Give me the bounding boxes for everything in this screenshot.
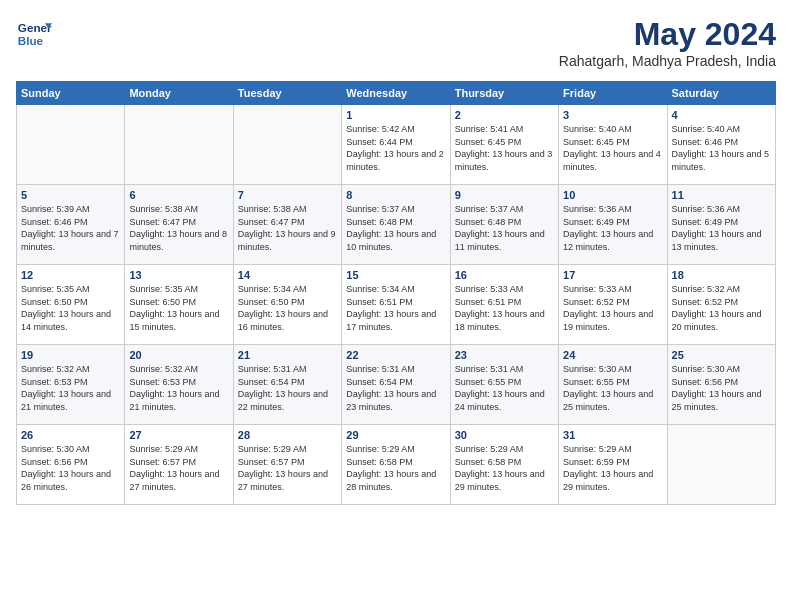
- cell-info: Daylight: 13 hours and 3 minutes.: [455, 148, 554, 173]
- title-block: May 2024 Rahatgarh, Madhya Pradesh, Indi…: [559, 16, 776, 69]
- cell-info: Sunset: 6:50 PM: [129, 296, 228, 309]
- cell-info: Sunrise: 5:30 AM: [563, 363, 662, 376]
- cell-info: Daylight: 13 hours and 16 minutes.: [238, 308, 337, 333]
- cell-info: Sunrise: 5:35 AM: [21, 283, 120, 296]
- day-number: 7: [238, 189, 337, 201]
- cell-info: Sunrise: 5:33 AM: [563, 283, 662, 296]
- day-number: 4: [672, 109, 771, 121]
- cell-info: Daylight: 13 hours and 7 minutes.: [21, 228, 120, 253]
- cell-info: Daylight: 13 hours and 24 minutes.: [455, 388, 554, 413]
- calendar-cell: 4Sunrise: 5:40 AMSunset: 6:46 PMDaylight…: [667, 105, 775, 185]
- cell-info: Sunrise: 5:42 AM: [346, 123, 445, 136]
- cell-info: Sunrise: 5:40 AM: [563, 123, 662, 136]
- cell-info: Sunset: 6:50 PM: [21, 296, 120, 309]
- calendar-week-row: 1Sunrise: 5:42 AMSunset: 6:44 PMDaylight…: [17, 105, 776, 185]
- cell-info: Sunrise: 5:30 AM: [21, 443, 120, 456]
- day-number: 18: [672, 269, 771, 281]
- cell-info: Sunset: 6:45 PM: [563, 136, 662, 149]
- calendar-cell: 11Sunrise: 5:36 AMSunset: 6:49 PMDayligh…: [667, 185, 775, 265]
- day-number: 21: [238, 349, 337, 361]
- logo-icon: General Blue: [16, 16, 52, 52]
- svg-text:General: General: [18, 21, 52, 34]
- cell-info: Sunrise: 5:32 AM: [672, 283, 771, 296]
- cell-info: Sunrise: 5:41 AM: [455, 123, 554, 136]
- day-number: 30: [455, 429, 554, 441]
- cell-info: Daylight: 13 hours and 5 minutes.: [672, 148, 771, 173]
- cell-info: Sunrise: 5:30 AM: [672, 363, 771, 376]
- cell-info: Sunset: 6:49 PM: [672, 216, 771, 229]
- day-number: 20: [129, 349, 228, 361]
- page-header: General Blue May 2024 Rahatgarh, Madhya …: [16, 16, 776, 69]
- calendar-week-row: 12Sunrise: 5:35 AMSunset: 6:50 PMDayligh…: [17, 265, 776, 345]
- day-number: 27: [129, 429, 228, 441]
- cell-info: Daylight: 13 hours and 14 minutes.: [21, 308, 120, 333]
- day-number: 17: [563, 269, 662, 281]
- cell-info: Daylight: 13 hours and 2 minutes.: [346, 148, 445, 173]
- calendar-cell: 25Sunrise: 5:30 AMSunset: 6:56 PMDayligh…: [667, 345, 775, 425]
- cell-info: Sunset: 6:47 PM: [129, 216, 228, 229]
- cell-info: Sunrise: 5:31 AM: [238, 363, 337, 376]
- day-number: 3: [563, 109, 662, 121]
- cell-info: Sunrise: 5:38 AM: [238, 203, 337, 216]
- day-number: 11: [672, 189, 771, 201]
- cell-info: Sunset: 6:44 PM: [346, 136, 445, 149]
- day-number: 1: [346, 109, 445, 121]
- day-number: 23: [455, 349, 554, 361]
- calendar-cell: 29Sunrise: 5:29 AMSunset: 6:58 PMDayligh…: [342, 425, 450, 505]
- calendar-cell: 14Sunrise: 5:34 AMSunset: 6:50 PMDayligh…: [233, 265, 341, 345]
- calendar-cell: 28Sunrise: 5:29 AMSunset: 6:57 PMDayligh…: [233, 425, 341, 505]
- cell-info: Daylight: 13 hours and 27 minutes.: [129, 468, 228, 493]
- day-of-week-header: Saturday: [667, 82, 775, 105]
- cell-info: Sunset: 6:51 PM: [346, 296, 445, 309]
- cell-info: Sunset: 6:45 PM: [455, 136, 554, 149]
- calendar-week-row: 19Sunrise: 5:32 AMSunset: 6:53 PMDayligh…: [17, 345, 776, 425]
- day-number: 31: [563, 429, 662, 441]
- cell-info: Sunset: 6:49 PM: [563, 216, 662, 229]
- day-number: 29: [346, 429, 445, 441]
- calendar-cell: 3Sunrise: 5:40 AMSunset: 6:45 PMDaylight…: [559, 105, 667, 185]
- day-number: 26: [21, 429, 120, 441]
- cell-info: Daylight: 13 hours and 21 minutes.: [21, 388, 120, 413]
- cell-info: Daylight: 13 hours and 9 minutes.: [238, 228, 337, 253]
- day-number: 24: [563, 349, 662, 361]
- calendar-cell: 5Sunrise: 5:39 AMSunset: 6:46 PMDaylight…: [17, 185, 125, 265]
- day-number: 9: [455, 189, 554, 201]
- cell-info: Sunrise: 5:32 AM: [21, 363, 120, 376]
- calendar-cell: 15Sunrise: 5:34 AMSunset: 6:51 PMDayligh…: [342, 265, 450, 345]
- day-number: 5: [21, 189, 120, 201]
- logo: General Blue: [16, 16, 52, 52]
- cell-info: Daylight: 13 hours and 11 minutes.: [455, 228, 554, 253]
- cell-info: Sunrise: 5:34 AM: [238, 283, 337, 296]
- calendar-cell: 13Sunrise: 5:35 AMSunset: 6:50 PMDayligh…: [125, 265, 233, 345]
- calendar-cell: [17, 105, 125, 185]
- calendar-table: SundayMondayTuesdayWednesdayThursdayFrid…: [16, 81, 776, 505]
- cell-info: Daylight: 13 hours and 20 minutes.: [672, 308, 771, 333]
- day-number: 14: [238, 269, 337, 281]
- calendar-cell: 21Sunrise: 5:31 AMSunset: 6:54 PMDayligh…: [233, 345, 341, 425]
- cell-info: Sunset: 6:59 PM: [563, 456, 662, 469]
- cell-info: Sunset: 6:58 PM: [346, 456, 445, 469]
- calendar-cell: 26Sunrise: 5:30 AMSunset: 6:56 PMDayligh…: [17, 425, 125, 505]
- day-number: 16: [455, 269, 554, 281]
- day-of-week-header: Thursday: [450, 82, 558, 105]
- calendar-cell: [125, 105, 233, 185]
- calendar-cell: 30Sunrise: 5:29 AMSunset: 6:58 PMDayligh…: [450, 425, 558, 505]
- svg-text:Blue: Blue: [18, 34, 44, 47]
- cell-info: Sunset: 6:54 PM: [346, 376, 445, 389]
- cell-info: Sunrise: 5:36 AM: [672, 203, 771, 216]
- cell-info: Sunset: 6:53 PM: [129, 376, 228, 389]
- calendar-cell: 9Sunrise: 5:37 AMSunset: 6:48 PMDaylight…: [450, 185, 558, 265]
- cell-info: Sunrise: 5:37 AM: [346, 203, 445, 216]
- cell-info: Sunrise: 5:35 AM: [129, 283, 228, 296]
- calendar-cell: 8Sunrise: 5:37 AMSunset: 6:48 PMDaylight…: [342, 185, 450, 265]
- day-number: 13: [129, 269, 228, 281]
- calendar-cell: 12Sunrise: 5:35 AMSunset: 6:50 PMDayligh…: [17, 265, 125, 345]
- calendar-cell: 27Sunrise: 5:29 AMSunset: 6:57 PMDayligh…: [125, 425, 233, 505]
- cell-info: Daylight: 13 hours and 25 minutes.: [563, 388, 662, 413]
- cell-info: Daylight: 13 hours and 29 minutes.: [563, 468, 662, 493]
- cell-info: Sunrise: 5:29 AM: [346, 443, 445, 456]
- cell-info: Sunset: 6:53 PM: [21, 376, 120, 389]
- cell-info: Sunset: 6:55 PM: [455, 376, 554, 389]
- cell-info: Sunrise: 5:29 AM: [455, 443, 554, 456]
- cell-info: Sunset: 6:56 PM: [21, 456, 120, 469]
